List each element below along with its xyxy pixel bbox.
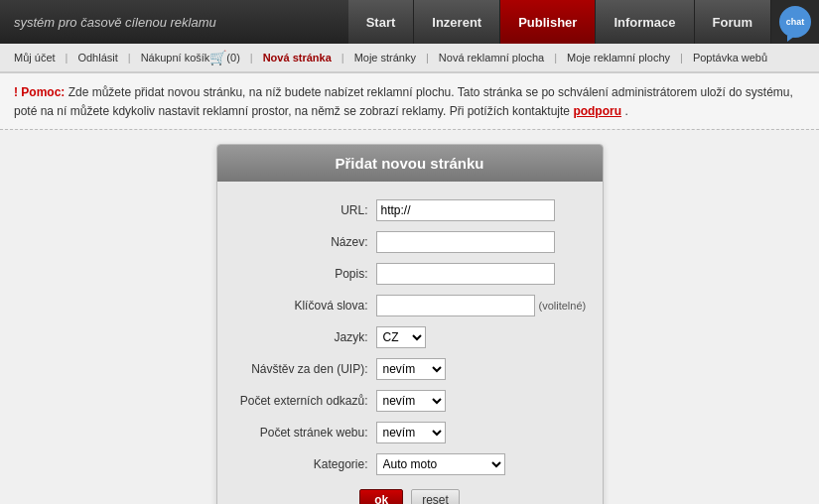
url-row: URL: <box>237 199 583 221</box>
kategorie-label: Kategorie: <box>237 457 376 471</box>
jazyk-row: Jazyk: CZ SK EN DE <box>237 326 583 348</box>
cart-icon: 🛒 <box>209 50 226 65</box>
stranek-webu-label: Počet stránek webu: <box>237 426 376 440</box>
stranek-webu-row: Počet stránek webu: nevím < 10 10-50 50-… <box>237 422 583 443</box>
ext-odkazu-select[interactable]: nevím < 5 5-20 20-50 > 50 <box>376 390 446 412</box>
nav-moje-stranky[interactable]: Moje stránky <box>346 48 424 67</box>
reset-button[interactable]: reset <box>411 489 460 504</box>
ok-button[interactable]: ok <box>359 489 403 504</box>
nav-tab-forum[interactable]: Forum <box>695 0 771 44</box>
nav-moje-reklamni-plochy[interactable]: Moje reklamní plochy <box>559 48 678 67</box>
ext-odkazu-row: Počet externích odkazů: nevím < 5 5-20 2… <box>237 390 583 412</box>
info-label: ! Pomoc: <box>14 85 65 99</box>
nav-nova-reklamni-plocha[interactable]: Nová reklamní plocha <box>431 48 552 67</box>
nazev-row: Název: <box>237 231 583 253</box>
nazev-input[interactable] <box>376 231 555 253</box>
popis-row: Popis: <box>237 263 583 285</box>
support-link[interactable]: podporu <box>573 104 621 118</box>
kategorie-row: Kategorie: Auto moto Sport Kultura Techn… <box>237 453 583 475</box>
klicova-slova-input[interactable] <box>376 295 535 316</box>
form-buttons: ok reset <box>237 489 583 504</box>
info-text: Zde můžete přidat novou stránku, na níž … <box>14 85 793 118</box>
nav-tab-informace[interactable]: Informace <box>596 0 694 44</box>
jazyk-select[interactable]: CZ SK EN DE <box>376 326 426 348</box>
navstev-select[interactable]: nevím < 100 100-500 500-1000 1000-5000 >… <box>376 358 446 380</box>
form-card: Přidat novou stránku URL: Název: Popis: … <box>216 144 604 504</box>
form-card-header: Přidat novou stránku <box>217 145 603 182</box>
site-title: systém pro časově cílenou reklamu <box>0 0 348 44</box>
nav-nakupni-kosik[interactable]: Nákupní košík 🛒 (0) <box>133 46 248 69</box>
site-title-text: systém pro časově cílenou reklamu <box>14 15 216 30</box>
kategorie-select[interactable]: Auto moto Sport Kultura Technologie Zdra… <box>376 453 505 475</box>
url-input[interactable] <box>376 199 555 221</box>
chat-button[interactable]: chat <box>771 0 819 44</box>
nav-poptavka-webu[interactable]: Poptávka webů <box>685 48 775 67</box>
ext-odkazu-label: Počet externích odkazů: <box>237 394 376 408</box>
popis-label: Popis: <box>237 267 376 281</box>
klicova-slova-row: Klíčová slova: (volitelné) <box>237 295 583 316</box>
form-card-body: URL: Název: Popis: Klíčová slova: (volit… <box>217 182 603 504</box>
nav-tab-start[interactable]: Start <box>348 0 415 44</box>
nav-nova-stranka[interactable]: Nová stránka <box>255 48 340 67</box>
main-nav: Start Inzerent Publisher Informace Forum <box>348 0 771 44</box>
popis-input[interactable] <box>376 263 555 285</box>
chat-bubble: chat <box>779 6 811 38</box>
jazyk-label: Jazyk: <box>237 330 376 344</box>
info-text-end: . <box>624 104 627 118</box>
nazev-label: Název: <box>237 235 376 249</box>
nav-muj-ucet[interactable]: Můj účet <box>6 48 64 67</box>
form-card-wrapper: Přidat novou stránku URL: Název: Popis: … <box>0 144 819 504</box>
stranek-webu-select[interactable]: nevím < 10 10-50 50-200 > 200 <box>376 422 446 443</box>
top-header: systém pro časově cílenou reklamu Start … <box>0 0 819 44</box>
navstev-row: Návštěv za den (UIP): nevím < 100 100-50… <box>237 358 583 380</box>
separator <box>0 129 819 130</box>
info-box: ! Pomoc: Zde můžete přidat novou stránku… <box>0 73 819 129</box>
url-label: URL: <box>237 203 376 217</box>
optional-text: (volitelné) <box>539 300 587 312</box>
navstev-label: Návštěv za den (UIP): <box>237 362 376 376</box>
klicova-slova-label: Klíčová slova: <box>237 299 376 313</box>
nav-tab-inzerent[interactable]: Inzerent <box>414 0 500 44</box>
secondary-nav: Můj účet | Odhlásit | Nákupní košík 🛒 (0… <box>0 44 819 73</box>
form-title: Přidat novou stránku <box>335 155 483 172</box>
nav-odhlasit[interactable]: Odhlásit <box>69 48 125 67</box>
nav-tab-publisher[interactable]: Publisher <box>500 0 596 44</box>
